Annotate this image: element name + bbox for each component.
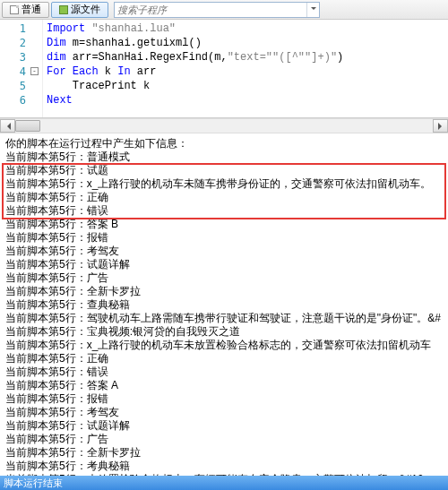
output-line: 当前脚本第5行：全新卡罗拉 <box>5 285 443 298</box>
line-number: 2 <box>0 36 42 50</box>
output-line: 当前脚本第5行：驾驶机动车上路需随车携带行驶证和驾驶证，注意题干说的是"身份证"… <box>5 312 443 325</box>
scroll-left-button[interactable] <box>0 119 15 133</box>
horizontal-scrollbar <box>0 118 448 133</box>
output-line: 当前脚本第5行：x_上路行驶的机动车未放置检验合格标志的，交通警察可依法扣留机动… <box>5 339 443 352</box>
fold-toggle[interactable]: - <box>30 67 39 75</box>
toolbar: 普通 源文件 <box>0 0 448 20</box>
line-number: 6 <box>0 93 42 107</box>
tab-label: 源文件 <box>71 3 100 16</box>
output-line: 当前脚本第5行：错误 <box>5 365 443 379</box>
output-line: 当前脚本第5行：广告 <box>5 271 443 285</box>
output-line: 当前脚本第5行：试题详解 <box>5 419 443 433</box>
output-line: 当前脚本第5行：未放置检验合格标志，车辆可能存在安全隐患，交警可依法扣留。&#1… <box>5 473 443 476</box>
code-line[interactable]: Next <box>47 93 444 107</box>
code-line[interactable]: For Each k In arr <box>47 64 444 79</box>
output-panel: 你的脚本在运行过程中产生如下信息： 当前脚本第5行：普通模式当前脚本第5行：试题… <box>0 133 448 476</box>
line-number: 4- <box>0 64 42 79</box>
output-header: 你的脚本在运行过程中产生如下信息： <box>5 137 443 150</box>
output-line: 当前脚本第5行：宝典视频:银河贷的自我毁灭之道 <box>5 325 443 339</box>
output-line: 当前脚本第5行：试题 <box>5 164 443 177</box>
output-line: 当前脚本第5行：考驾友 <box>5 406 443 419</box>
output-line: 当前脚本第5行：考驾友 <box>5 245 443 258</box>
tab-normal[interactable]: 普通 <box>2 2 49 18</box>
output-line: 当前脚本第5行：正确 <box>5 191 443 204</box>
tab-label: 普通 <box>22 3 41 16</box>
page-icon <box>10 5 19 14</box>
line-number: 1 <box>0 21 42 36</box>
code-editor[interactable]: 1234-56 Import "shanhai.lua"Dim m=shanha… <box>0 20 448 118</box>
scroll-thumb[interactable] <box>15 120 40 132</box>
output-line: 当前脚本第5行：试题详解 <box>5 258 443 271</box>
output-line: 当前脚本第5行：考典秘籍 <box>5 460 443 473</box>
tab-source[interactable]: 源文件 <box>51 2 108 18</box>
output-line: 当前脚本第5行：普通模式 <box>5 150 443 164</box>
output-line: 当前脚本第5行：报错 <box>5 392 443 406</box>
line-number: 5 <box>0 79 42 93</box>
search-dropdown[interactable] <box>306 3 319 17</box>
output-line: 当前脚本第5行：报错 <box>5 231 443 245</box>
line-gutter: 1234-56 <box>0 20 43 117</box>
code-line[interactable]: Dim m=shanhai.getuixml() <box>47 36 444 50</box>
scroll-track[interactable] <box>15 119 433 133</box>
output-line: 当前脚本第5行：全新卡罗拉 <box>5 446 443 460</box>
output-line: 当前脚本第5行：查典秘籍 <box>5 298 443 312</box>
output-line: 当前脚本第5行：错误 <box>5 204 443 218</box>
output-line: 当前脚本第5行：正确 <box>5 352 443 365</box>
output-line: 当前脚本第5行：答案 A <box>5 379 443 392</box>
code-line[interactable]: dim arr=ShanHai.RegexFind(m,"text=""([^"… <box>47 50 444 64</box>
status-bar: 脚本运行结束 <box>0 476 448 490</box>
code-content[interactable]: Import "shanhai.lua"Dim m=shanhai.getuix… <box>43 20 448 117</box>
output-line: 当前脚本第5行：广告 <box>5 433 443 446</box>
source-icon <box>59 5 68 14</box>
output-line: 当前脚本第5行：x_上路行驶的机动车未随车携带身份证的，交通警察可依法扣留机动车… <box>5 177 443 191</box>
line-number: 3 <box>0 50 42 64</box>
output-line: 当前脚本第5行：答案 B <box>5 218 443 231</box>
scroll-right-button[interactable] <box>433 119 448 133</box>
search-input[interactable] <box>115 4 306 15</box>
search-box <box>114 2 320 18</box>
code-line[interactable]: Import "shanhai.lua" <box>47 21 444 36</box>
status-text: 脚本运行结束 <box>4 477 63 490</box>
code-line[interactable]: TracePrint k <box>47 79 444 93</box>
